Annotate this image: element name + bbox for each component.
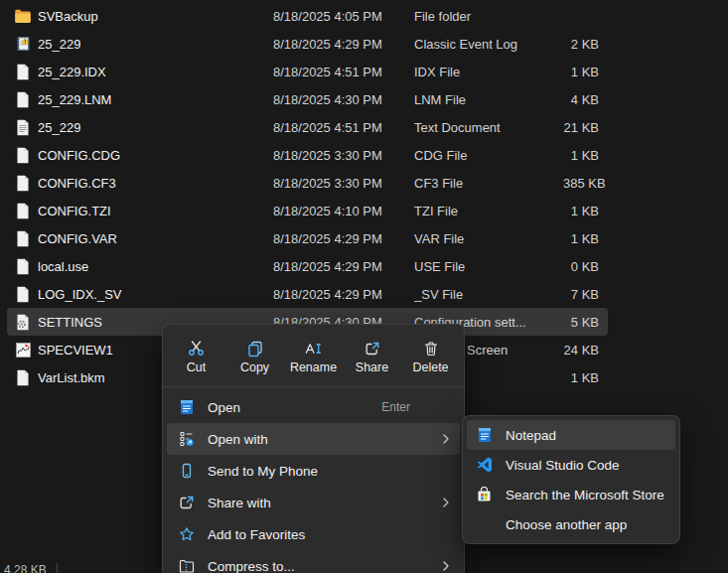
context-menu-items: OpenEnterOpen withSend to My PhoneShare …: [167, 391, 460, 573]
file-name: LOG_IDX._SV: [38, 287, 122, 302]
submenu-item-label: Choose another app: [506, 517, 667, 532]
file-icon: [14, 146, 32, 164]
menu-item-label: Open with: [208, 432, 428, 447]
file-size: 21 KB: [563, 120, 608, 135]
file-date: 8/18/2025 3:30 PM: [266, 148, 414, 163]
copy-button[interactable]: Copy: [225, 329, 284, 384]
menu-item-label: Send to My Phone: [208, 464, 452, 479]
menu-item-add-to-favorites[interactable]: Add to Favorites: [167, 518, 460, 550]
quick-action-label: Rename: [290, 360, 337, 374]
file-name: 25_229.IDX: [38, 65, 106, 79]
menu-item-open[interactable]: OpenEnter: [167, 391, 460, 423]
quick-action-label: Cut: [187, 360, 206, 374]
file-name-cell: CONFIG.VAR: [7, 229, 266, 247]
delete-icon: [421, 339, 440, 358]
share-button[interactable]: Share: [343, 329, 401, 384]
eventlog-icon: [14, 35, 32, 53]
file-name: CONFIG.TZI: [38, 204, 111, 218]
file-type: CF3 File: [414, 176, 563, 191]
file-size: 1 KB: [563, 148, 608, 163]
file-row-25-229[interactable]: 25_2298/18/2025 4:51 PMText Document21 K…: [7, 113, 608, 141]
file-size: 0 KB: [563, 259, 608, 274]
file-row-25-229-lnm[interactable]: 25_229.LNM8/18/2025 4:30 PMLNM File4 KB: [7, 85, 608, 113]
file-icon: [14, 229, 32, 247]
file-name: VarList.bkm: [38, 370, 105, 385]
status-bar: 4.28 KB: [4, 563, 58, 573]
file-name-cell: LOG_IDX._SV: [7, 285, 266, 303]
file-type: Classic Event Log: [414, 37, 563, 52]
submenu-item-choose-another-app[interactable]: Choose another app: [467, 509, 675, 539]
file-row-config-var[interactable]: CONFIG.VAR8/18/2025 4:29 PMVAR File1 KB: [7, 224, 608, 252]
file-type: CDG File: [414, 148, 563, 163]
file-row-log-idx-sv[interactable]: LOG_IDX._SV8/18/2025 4:29 PM_SV File7 KB: [7, 280, 608, 308]
quick-action-label: Share: [356, 360, 388, 374]
file-name: local.use: [38, 259, 88, 274]
vscode-icon: [475, 456, 494, 475]
menu-item-compress-to[interactable]: Compress to...: [167, 550, 460, 573]
menu-item-open-with[interactable]: Open with: [167, 423, 460, 455]
file-name: CONFIG.CF3: [38, 176, 116, 191]
chevron-right-icon: [440, 560, 452, 572]
notepad-icon: [475, 426, 494, 445]
menu-item-label: Open: [208, 400, 369, 415]
submenu-item-visual-studio-code[interactable]: Visual Studio Code: [467, 450, 675, 480]
menu-item-shortcut: Enter: [381, 400, 410, 414]
file-name: CONFIG.CDG: [38, 148, 120, 163]
submenu-item-search-the-microsoft-store[interactable]: Search the Microsoft Store: [467, 480, 675, 509]
menu-item-share-with[interactable]: Share with: [167, 487, 460, 518]
delete-button[interactable]: Delete: [401, 329, 460, 384]
explorer-window: SVBackup8/18/2025 4:05 PMFile folder25_2…: [0, 0, 728, 573]
file-name: SETTINGS: [38, 315, 102, 330]
file-icon: [14, 368, 32, 386]
file-name: 25_229: [38, 37, 80, 52]
file-name-cell: 25_229: [7, 35, 266, 53]
file-name: SPECVIEW1: [38, 343, 113, 358]
file-size: 1 KB: [563, 204, 608, 218]
file-row-local-use[interactable]: local.use8/18/2025 4:29 PMUSE File0 KB: [7, 252, 608, 280]
file-type: IDX File: [414, 65, 563, 79]
file-date: 8/18/2025 4:29 PM: [266, 231, 414, 246]
quick-action-label: Delete: [412, 360, 448, 374]
file-date: 8/18/2025 4:29 PM: [266, 287, 414, 302]
file-date: 8/18/2025 3:30 PM: [266, 176, 414, 191]
file-type: Text Document: [414, 120, 563, 135]
file-row-svbackup[interactable]: SVBackup8/18/2025 4:05 PMFile folder: [7, 2, 608, 30]
settings-icon: [14, 313, 32, 331]
submenu-item-label: Notepad: [506, 428, 667, 443]
file-type: File folder: [414, 9, 563, 24]
file-row-25-229-idx[interactable]: 25_229.IDX8/18/2025 4:51 PMIDX File1 KB: [7, 58, 608, 85]
file-name: CONFIG.VAR: [38, 231, 117, 246]
file-size: 1 KB: [563, 370, 608, 385]
file-name: 25_229: [38, 120, 80, 135]
open-with-icon: [177, 430, 196, 449]
status-divider: [57, 563, 58, 573]
file-icon: [14, 90, 32, 108]
copy-icon: [245, 339, 264, 358]
file-row-25-229[interactable]: 25_2298/18/2025 4:29 PMClassic Event Log…: [7, 30, 608, 58]
cut-button[interactable]: Cut: [167, 329, 225, 384]
menu-item-label: Compress to...: [208, 559, 428, 573]
file-type: VAR File: [414, 231, 563, 246]
chevron-right-icon: [440, 433, 452, 445]
file-row-config-cdg[interactable]: CONFIG.CDG8/18/2025 3:30 PMCDG File1 KB: [7, 141, 608, 169]
file-size: 385 KB: [563, 176, 615, 191]
submenu-item-notepad[interactable]: Notepad: [467, 420, 675, 450]
chevron-right-icon: [440, 497, 452, 508]
rename-button[interactable]: Rename: [284, 329, 343, 384]
file-size: 2 KB: [563, 37, 608, 52]
menu-item-label: Add to Favorites: [208, 527, 452, 542]
zip-folder-icon: [177, 557, 196, 573]
file-date: 8/18/2025 4:30 PM: [266, 92, 414, 107]
file-name-cell: SVBackup: [7, 7, 266, 25]
file-row-config-tzi[interactable]: CONFIG.TZI8/18/2025 4:10 PMTZI File1 KB: [7, 197, 608, 224]
menu-separator: [163, 386, 464, 387]
textdoc-icon: [14, 118, 32, 136]
file-name-cell: 25_229.LNM: [7, 90, 266, 108]
file-icon: [14, 174, 32, 192]
file-name: SVBackup: [38, 9, 98, 24]
menu-item-label: Share with: [208, 496, 428, 510]
file-name-cell: local.use: [7, 257, 266, 275]
menu-item-send-to-my-phone[interactable]: Send to My Phone: [167, 455, 460, 487]
quick-action-label: Copy: [240, 360, 269, 374]
file-row-config-cf3[interactable]: CONFIG.CF38/18/2025 3:30 PMCF3 File385 K…: [7, 169, 608, 197]
